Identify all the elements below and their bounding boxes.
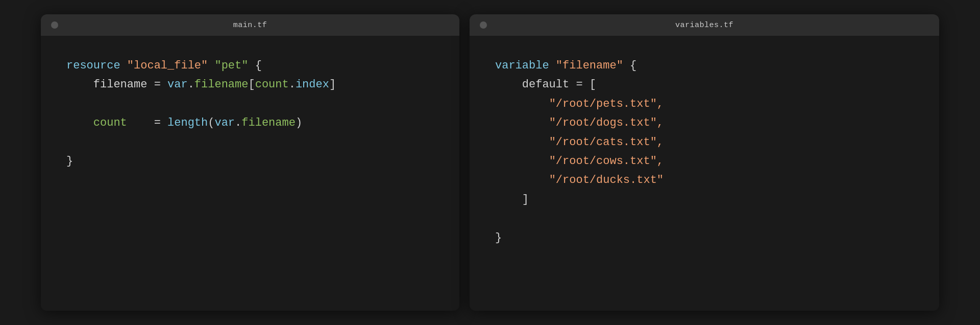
code-line-6: } (66, 152, 434, 171)
code-line-4: count = length(var.filename) (66, 113, 434, 132)
code-line-r4: "/root/dogs.txt", (495, 113, 914, 132)
code-line-2: filename = var.filename[count.index] (66, 75, 434, 94)
traffic-light-main (51, 21, 58, 29)
code-line-r8: ] (495, 190, 914, 209)
code-line-r5: "/root/cats.txt", (495, 133, 914, 152)
traffic-light-variables (480, 21, 487, 29)
code-area-variables: variable "filename" { default = [ "/root… (470, 36, 939, 311)
code-line-1: resource "local_file" "pet" { (66, 56, 434, 75)
code-line-r2: default = [ (495, 75, 914, 94)
title-bar-variables: variables.tf (470, 14, 939, 36)
code-line-r7: "/root/ducks.txt" (495, 171, 914, 190)
editor-variables-tf: variables.tf variable "filename" { defau… (470, 14, 939, 311)
window-title-main: main.tf (233, 21, 267, 30)
code-line-3 (66, 95, 434, 113)
code-line-r3: "/root/pets.txt", (495, 95, 914, 113)
code-line-r9 (495, 209, 914, 228)
code-area-main: resource "local_file" "pet" { filename =… (41, 36, 459, 311)
window-title-variables: variables.tf (675, 21, 733, 30)
code-line-r6: "/root/cows.txt", (495, 152, 914, 171)
editor-main-tf: main.tf resource "local_file" "pet" { fi… (41, 14, 459, 311)
code-line-5 (66, 133, 434, 152)
title-bar-main: main.tf (41, 14, 459, 36)
code-line-r1: variable "filename" { (495, 56, 914, 75)
code-line-r10: } (495, 228, 914, 247)
